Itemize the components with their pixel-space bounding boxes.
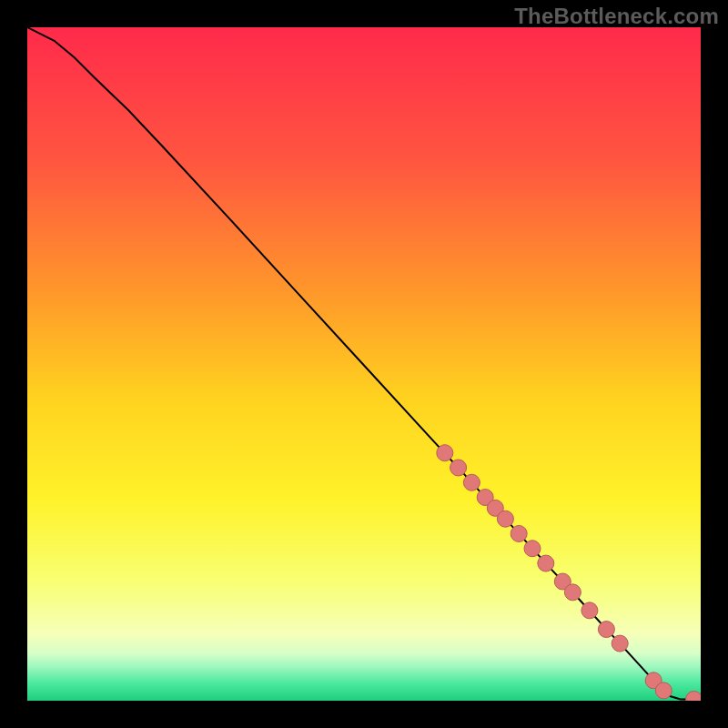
chart-frame: TheBottleneck.com [0, 0, 728, 728]
data-point [612, 635, 628, 652]
watermark-text: TheBottleneck.com [514, 4, 719, 29]
data-point [463, 474, 480, 490]
data-point [450, 460, 467, 476]
data-point [524, 541, 541, 557]
gradient-background [27, 27, 701, 701]
plot-area [27, 27, 701, 701]
chart-svg [27, 27, 701, 701]
data-point [538, 555, 554, 571]
data-point [437, 445, 453, 461]
data-point [581, 602, 598, 619]
data-point [598, 622, 614, 638]
data-point [497, 511, 513, 527]
data-point [511, 525, 527, 541]
data-point [564, 584, 581, 601]
data-point [655, 682, 672, 699]
